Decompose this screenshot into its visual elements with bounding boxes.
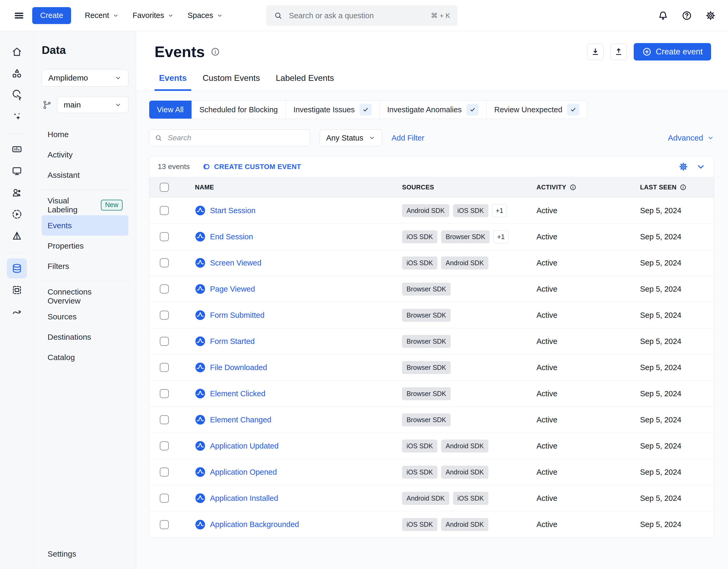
more-sources-chip[interactable]: +1 [493,230,508,243]
row-checkbox[interactable] [160,206,169,215]
row-checkbox[interactable] [160,494,169,503]
branch-select[interactable]: main [57,97,128,113]
activity-cell: Active [536,520,640,529]
gear-icon[interactable] [705,10,716,21]
row-checkbox[interactable] [160,258,169,267]
rail-item-displays[interactable] [7,161,27,181]
column-header-activity[interactable]: ACTIVITY [536,184,640,191]
users-icon [11,187,23,198]
table-search-input[interactable] [167,133,305,142]
select-all-checkbox[interactable] [160,183,169,192]
rail-item-data[interactable] [7,258,27,278]
global-search[interactable]: ⌘ + K [266,5,458,26]
download-icon [591,47,600,56]
event-name-link[interactable]: Application Updated [210,442,279,450]
row-checkbox[interactable] [160,441,169,450]
rail-item-users[interactable] [7,183,27,203]
row-checkbox[interactable] [160,285,169,293]
sidebar-item-visual-labeling[interactable]: Visual LabelingNew [42,195,128,215]
event-name-link[interactable]: Form Submitted [210,311,264,320]
segment-investigate-issues[interactable]: Investigate Issues [286,101,380,119]
event-name-link[interactable]: Screen Viewed [210,259,262,267]
tab-events[interactable]: Events [155,73,191,91]
bell-icon[interactable] [657,10,669,21]
row-checkbox[interactable] [160,311,169,320]
table-settings-gear-icon[interactable] [679,162,688,171]
rail-item-ai-sparkles[interactable] [7,107,27,127]
sidebar-item-assistant[interactable]: Assistant [42,165,128,185]
rail-item-home[interactable] [7,42,27,62]
event-name-link[interactable]: Start Session [210,206,255,215]
sidebar-item-home[interactable]: Home [42,124,128,144]
sidebar-item-settings[interactable]: Settings [48,549,76,558]
row-checkbox[interactable] [160,363,169,372]
top-nav-recent[interactable]: Recent [78,11,126,20]
event-name-link[interactable]: Form Started [210,337,255,346]
download-button[interactable] [587,44,604,60]
rail-item-charts[interactable] [7,139,27,159]
info-icon[interactable] [211,47,220,57]
top-nav-favorites[interactable]: Favorites [126,11,181,20]
row-checkbox[interactable] [160,468,169,477]
hamburger-menu-icon[interactable] [12,8,26,23]
table-search[interactable] [149,129,310,146]
more-sources-chip[interactable]: +1 [492,204,507,217]
sidebar-item-sources[interactable]: Sources [42,306,128,327]
event-name-link[interactable]: Element Clicked [210,389,265,398]
row-checkbox[interactable] [160,520,169,529]
rail-item-pointer-click[interactable] [7,85,27,105]
rail-item-session-replay[interactable] [7,204,27,224]
row-checkbox[interactable] [160,337,169,346]
row-checkbox[interactable] [160,389,169,398]
last-seen-cell: Sep 5, 2024 [640,232,714,241]
top-nav-spaces[interactable]: Spaces [181,11,230,20]
advanced-dropdown[interactable]: Advanced [668,133,714,142]
amplitude-event-icon [195,388,206,399]
amplitude-event-icon [195,467,206,477]
create-custom-event-button[interactable]: CREATE CUSTOM EVENT [202,162,301,171]
event-name-link[interactable]: Element Changed [210,416,271,424]
amplitude-event-icon [195,519,206,530]
help-icon[interactable] [681,10,693,21]
event-name-link[interactable]: End Session [210,232,253,241]
row-checkbox[interactable] [160,232,169,241]
create-event-button[interactable]: Create event [634,43,711,60]
sidebar-item-label: Events [48,221,72,230]
sidebar-item-properties[interactable]: Properties [42,236,128,256]
add-filter-link[interactable]: Add Filter [391,134,424,142]
sidebar-item-destinations[interactable]: Destinations [42,327,128,347]
segment-review-unexpected[interactable]: Review Unexpected [487,101,587,119]
column-header-last-seen[interactable]: LAST SEEN [640,184,714,191]
table-collapse-chevron-icon[interactable] [696,162,706,171]
column-header-name[interactable]: NAME [195,184,402,191]
sidebar-item-catalog[interactable]: Catalog [42,347,128,367]
event-name-link[interactable]: Page Viewed [210,285,255,293]
segment-investigate-anomalies[interactable]: Investigate Anomalies [380,101,487,119]
sidebar-item-events[interactable]: Events [42,215,128,236]
sidebar-item-filters[interactable]: Filters [42,256,128,276]
rail-item-objects[interactable] [7,63,27,83]
amplitude-event-icon [195,414,206,425]
row-checkbox[interactable] [160,415,169,424]
event-name-link[interactable]: Application Installed [210,494,278,503]
create-button[interactable]: Create [32,7,71,24]
sidebar-item-connections-overview[interactable]: Connections Overview [42,286,128,306]
sidebar-item-activity[interactable]: Activity [42,144,128,165]
rail-item-labels[interactable] [7,280,27,300]
status-select[interactable]: Any Status [320,129,382,146]
rail-item-experiment[interactable] [7,226,27,246]
event-name-link[interactable]: Application Opened [210,468,277,477]
event-name-link[interactable]: Application Backgrounded [210,520,299,529]
project-select[interactable]: Amplidemo [42,69,128,87]
row-checkbox-cell [149,520,195,529]
segment-view-all[interactable]: View All [149,100,192,119]
tab-labeled-events[interactable]: Labeled Events [271,73,339,91]
column-header-sources[interactable]: SOURCES [402,184,536,191]
segment-scheduled-for-blocking[interactable]: Scheduled for Blocking [192,101,286,119]
event-name-link[interactable]: File Downloaded [210,363,267,372]
global-search-input[interactable] [288,11,425,20]
tab-custom-events[interactable]: Custom Events [198,73,264,91]
segment-label: Investigate Anomalies [387,105,462,114]
upload-button[interactable] [610,44,627,60]
rail-item-journeys[interactable] [7,302,27,322]
